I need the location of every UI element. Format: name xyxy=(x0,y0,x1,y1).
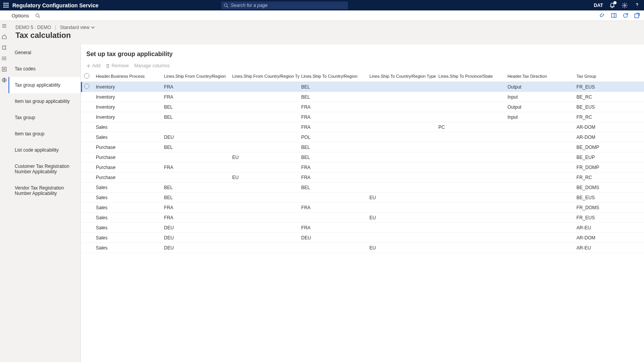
refresh-icon[interactable] xyxy=(622,12,629,19)
cell-tg[interactable]: AR-DOM xyxy=(575,122,644,132)
cell-stps[interactable] xyxy=(437,82,506,92)
cell-stc[interactable]: BEL xyxy=(300,92,368,102)
table-row[interactable]: SalesDEUPOLAR-DOM xyxy=(81,132,644,142)
cell-sfc[interactable]: DEU xyxy=(163,233,231,243)
cell-bp[interactable]: Inventory xyxy=(94,92,163,102)
cell-td[interactable] xyxy=(506,213,575,223)
cell-td[interactable] xyxy=(506,233,575,243)
cell-tg[interactable]: AR-EU xyxy=(575,243,644,253)
section-item[interactable]: Item tax group applicability xyxy=(9,93,80,109)
cell-stc[interactable]: FRA xyxy=(300,122,368,132)
cell-sfc[interactable]: DEU xyxy=(163,132,231,142)
cell-stc[interactable]: BEL xyxy=(300,183,368,193)
cell-bp[interactable]: Sales xyxy=(94,203,163,213)
table-row[interactable]: PurchaseEUBELBE_EUP xyxy=(81,152,644,162)
cell-stps[interactable] xyxy=(437,162,506,172)
cell-stps[interactable] xyxy=(437,233,506,243)
cell-stc[interactable]: FRA xyxy=(300,203,368,213)
cell-stps[interactable] xyxy=(437,102,506,112)
col-header[interactable]: Lines.Ship From Country/Region Type xyxy=(231,71,300,82)
cell-tg[interactable]: BE_DOMS xyxy=(575,183,644,193)
options-menu[interactable]: Options xyxy=(12,13,29,19)
row-select-cell[interactable] xyxy=(81,223,94,233)
cell-td[interactable] xyxy=(506,183,575,193)
cell-stct[interactable]: EU xyxy=(368,213,437,223)
row-select-cell[interactable] xyxy=(81,102,94,112)
cell-sfc[interactable]: FRA xyxy=(163,162,231,172)
cell-sfct[interactable] xyxy=(231,213,300,223)
cell-bp[interactable]: Purchase xyxy=(94,162,163,172)
popout-icon[interactable] xyxy=(634,12,640,19)
cell-bp[interactable]: Sales xyxy=(94,193,163,203)
cell-tg[interactable]: BE_EUS xyxy=(575,102,644,112)
cell-stct[interactable] xyxy=(368,183,437,193)
cell-stc[interactable] xyxy=(300,213,368,223)
add-button[interactable]: Add xyxy=(86,63,100,68)
cell-bp[interactable]: Purchase xyxy=(94,152,163,162)
cell-tg[interactable]: FR_EUS xyxy=(575,213,644,223)
cell-bp[interactable]: Sales xyxy=(94,233,163,243)
cell-stct[interactable]: EU xyxy=(368,243,437,253)
cell-bp[interactable]: Sales xyxy=(94,183,163,193)
row-select-cell[interactable] xyxy=(81,162,94,172)
remove-button[interactable]: Remove xyxy=(106,63,129,68)
cell-tg[interactable]: BE_EUP xyxy=(575,152,644,162)
cell-stc[interactable]: FRA xyxy=(300,162,368,172)
app-launcher-icon[interactable] xyxy=(2,2,9,9)
row-select-cell[interactable] xyxy=(81,82,94,92)
cell-tg[interactable]: FR_DOMP xyxy=(575,162,644,172)
cell-stps[interactable] xyxy=(437,203,506,213)
cell-sfct[interactable] xyxy=(231,132,300,142)
cell-stps[interactable] xyxy=(437,112,506,122)
cell-stps[interactable] xyxy=(437,193,506,203)
table-row[interactable]: SalesDEUEUAR-EU xyxy=(81,243,644,253)
cell-td[interactable]: Input xyxy=(506,112,575,122)
cell-td[interactable] xyxy=(506,203,575,213)
cell-stc[interactable] xyxy=(300,193,368,203)
cell-td[interactable] xyxy=(506,122,575,132)
cell-tg[interactable]: FR_EUS xyxy=(575,82,644,92)
cell-stct[interactable] xyxy=(368,152,437,162)
cell-tg[interactable]: BE_DOMP xyxy=(575,142,644,152)
section-item[interactable]: General xyxy=(9,44,80,61)
table-row[interactable]: InventoryBELFRAInputFR_RC xyxy=(81,112,644,122)
cell-td[interactable]: Output xyxy=(506,82,575,92)
cell-stct[interactable] xyxy=(368,203,437,213)
cell-tg[interactable]: FR_RC xyxy=(575,172,644,183)
row-select-cell[interactable] xyxy=(81,243,94,253)
col-header[interactable]: Lines.Ship From Country/Region xyxy=(163,71,231,82)
section-item[interactable]: List code applicability xyxy=(9,142,80,158)
col-header[interactable]: Tax Group xyxy=(575,71,644,82)
manage-columns-button[interactable]: Manage columns xyxy=(134,63,170,68)
cell-stct[interactable] xyxy=(368,172,437,183)
cell-td[interactable] xyxy=(506,162,575,172)
col-header[interactable]: Lines.Ship To Country/Region xyxy=(300,71,368,82)
cell-td[interactable]: Output xyxy=(506,102,575,112)
list-icon[interactable] xyxy=(2,56,7,61)
cell-stct[interactable] xyxy=(368,82,437,92)
cell-stct[interactable] xyxy=(368,92,437,102)
table-row[interactable]: SalesBELBELBE_DOMS xyxy=(81,183,644,193)
cell-sfc[interactable]: BEL xyxy=(163,183,231,193)
section-item[interactable]: Tax group xyxy=(9,109,80,126)
cell-stps[interactable] xyxy=(437,92,506,102)
cell-tg[interactable]: AR-DOM xyxy=(575,233,644,243)
section-item[interactable]: Customer Tax Registration Number Applica… xyxy=(9,158,80,180)
table-row[interactable]: PurchaseBELBELBE_DOMP xyxy=(81,142,644,152)
cell-stc[interactable]: POL xyxy=(300,132,368,142)
cell-stct[interactable] xyxy=(368,162,437,172)
panel-icon[interactable] xyxy=(611,12,617,19)
cell-sfct[interactable]: EU xyxy=(231,172,300,183)
cell-stps[interactable] xyxy=(437,243,506,253)
table-row[interactable]: InventoryFRABELInputBE_RC xyxy=(81,92,644,102)
settings-icon[interactable] xyxy=(622,2,628,9)
cell-tg[interactable]: AR-DOM xyxy=(575,132,644,142)
cell-tg[interactable]: BE_RC xyxy=(575,92,644,102)
cell-sfc[interactable]: FRA xyxy=(163,213,231,223)
cell-stps[interactable]: PC xyxy=(437,122,506,132)
breadcrumb-path[interactable]: DEMO 5 : DEMO xyxy=(15,25,51,30)
cell-sfct[interactable] xyxy=(231,233,300,243)
cell-sfct[interactable] xyxy=(231,243,300,253)
cell-stc[interactable]: FRA xyxy=(300,112,368,122)
cell-sfct[interactable] xyxy=(231,112,300,122)
